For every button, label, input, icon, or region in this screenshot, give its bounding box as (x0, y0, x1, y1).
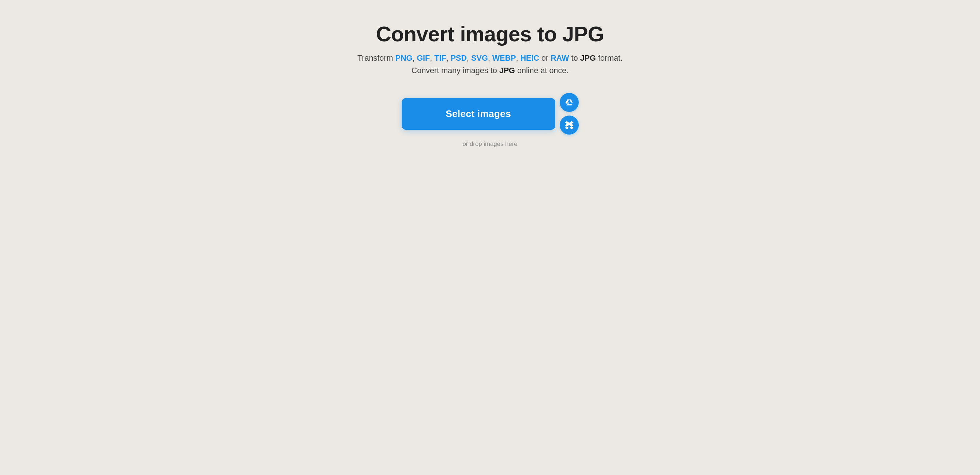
subtitle2-prefix: Convert many images to (412, 66, 500, 75)
page-wrapper: Convert images to JPG Transform PNG, GIF… (326, 22, 655, 148)
subtitle-format: format. (598, 53, 623, 62)
comma6: , (516, 53, 520, 62)
dropbox-icon (565, 120, 574, 130)
format-tif: TIF (434, 53, 446, 62)
subtitle-transform-prefix: Transform (357, 53, 395, 62)
format-raw: RAW (550, 53, 569, 62)
google-drive-button[interactable] (560, 93, 579, 112)
format-psd: PSD (451, 53, 467, 62)
subtitle-line1: Transform PNG, GIF, TIF, PSD, SVG, WEBP,… (357, 53, 623, 63)
upload-area: Select images or drop images here (333, 93, 648, 148)
subtitle-to: to (571, 53, 580, 62)
comma3: , (446, 53, 451, 62)
page-title: Convert images to JPG (376, 22, 604, 46)
format-svg: SVG (471, 53, 488, 62)
format-png: PNG (395, 53, 412, 62)
drop-text: or drop images here (462, 140, 517, 148)
cloud-icon-buttons (560, 93, 579, 135)
subtitle2-jpg: JPG (500, 66, 515, 75)
subtitle2-suffix: online at once. (517, 66, 568, 75)
select-images-button[interactable]: Select images (402, 98, 555, 130)
format-jpg: JPG (580, 53, 596, 62)
comma2: , (430, 53, 434, 62)
subtitle-or: or (541, 53, 550, 62)
comma5: , (488, 53, 492, 62)
subtitle-line2: Convert many images to JPG online at onc… (412, 66, 569, 75)
format-webp: WEBP (492, 53, 516, 62)
comma1: , (412, 53, 417, 62)
dropbox-button[interactable] (560, 116, 579, 135)
format-heic: HEIC (520, 53, 539, 62)
format-gif: GIF (417, 53, 430, 62)
comma4: , (467, 53, 471, 62)
button-row: Select images (402, 93, 579, 135)
google-drive-icon (565, 98, 574, 107)
